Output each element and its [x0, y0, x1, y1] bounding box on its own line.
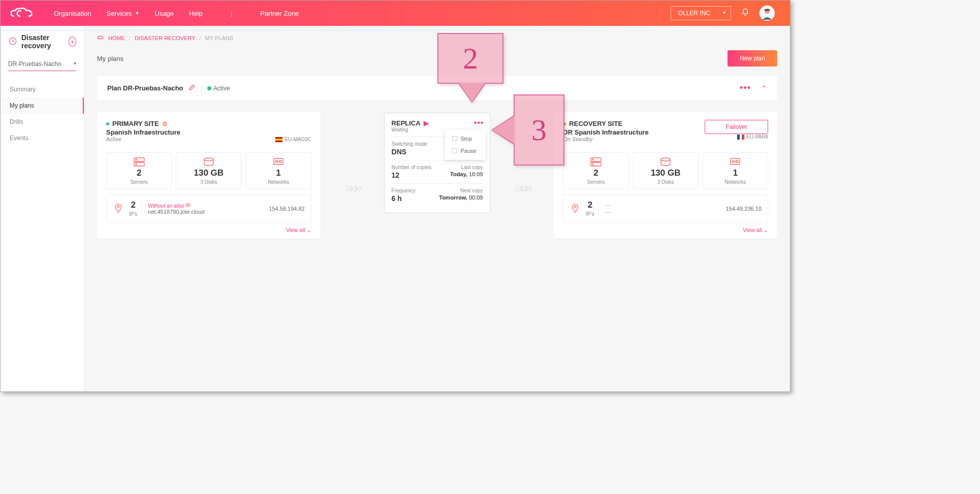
- edit-icon[interactable]: [188, 84, 196, 92]
- breadcrumb-current: MY PLANS: [205, 35, 233, 41]
- replica-context-menu: Stop Pause: [445, 129, 486, 160]
- bell-icon[interactable]: [741, 8, 749, 18]
- plan-more-icon[interactable]: •••: [740, 83, 751, 93]
- primary-servers-metric: 2Servers: [106, 152, 172, 189]
- primary-state: Active: [106, 136, 180, 142]
- status-dot: [207, 86, 211, 90]
- network-icon: [729, 157, 741, 167]
- recovery-site-label: RECOVERY SITE: [569, 120, 622, 127]
- page-title: My plans: [97, 55, 123, 62]
- svg-point-20: [661, 158, 670, 161]
- recovery-state: On Standby: [563, 136, 648, 142]
- pin-icon: [570, 203, 581, 214]
- sidebar-item-summary[interactable]: Summary: [1, 81, 84, 97]
- nav-organisation[interactable]: Organisation: [54, 10, 91, 17]
- plan-select[interactable]: DR-Pruebas-Nacho: [8, 57, 76, 71]
- svg-point-19: [592, 164, 593, 165]
- primary-view-all[interactable]: View all ⌄: [106, 227, 311, 234]
- nav-separator: |: [231, 10, 232, 17]
- sidebar-item-events[interactable]: Events: [1, 130, 84, 146]
- sidebar-title: Disaster recovery: [21, 34, 65, 50]
- gear-icon[interactable]: ⚙: [162, 120, 168, 127]
- recovery-disks-metric: 130 GB3 Disks: [633, 152, 699, 189]
- sidebar-menu: Summary My plans Drills Events: [1, 81, 84, 146]
- pin-icon: [113, 203, 124, 214]
- replica-title: REPLICA: [392, 119, 421, 127]
- breadcrumb-home[interactable]: HOME: [108, 35, 125, 41]
- top-nav: Organisation Services▼ Usage Help | Part…: [54, 10, 299, 17]
- primary-disks-metric: 130 GB3 Disks: [176, 152, 241, 189]
- network-icon: [272, 157, 284, 167]
- checkbox-icon: [452, 136, 457, 141]
- nav-services[interactable]: Services▼: [107, 10, 140, 17]
- breadcrumb-dr[interactable]: DISASTER RECOVERY: [135, 35, 196, 41]
- recovery-region: EU-PAR8: [674, 134, 768, 140]
- svg-point-13: [117, 206, 119, 208]
- svg-point-23: [736, 160, 738, 162]
- svg-rect-3: [765, 9, 770, 11]
- recovery-ip-addr: 154.49.236.10: [726, 206, 762, 212]
- sidebar: Disaster recovery + DR-Pruebas-Nacho Sum…: [1, 26, 84, 391]
- nav-partner-zone[interactable]: Partner Zone: [260, 10, 299, 17]
- recovery-site-card: RECOVERY SITE DR Spanish Infraestructure…: [554, 112, 777, 239]
- avatar[interactable]: [760, 6, 775, 21]
- annotation-callout-3: 3: [514, 94, 564, 166]
- svg-point-22: [732, 160, 734, 162]
- recovery-subtitle: DR Spanish Infraestructure: [563, 128, 648, 136]
- flag-fr-icon: [737, 135, 744, 140]
- server-icon: [133, 157, 145, 167]
- cloud-icon: [97, 35, 104, 41]
- primary-site-label: PRIMARY SITE: [112, 120, 159, 127]
- primary-region: EU-MAD3C: [275, 137, 311, 142]
- account-select[interactable]: OLLER INC: [671, 6, 731, 20]
- flag-es-icon: [275, 137, 282, 142]
- failover-button[interactable]: Failover: [705, 120, 768, 134]
- replica-more-icon[interactable]: •••: [474, 118, 484, 127]
- server-icon: [590, 157, 602, 167]
- primary-subtitle: Spanish Infraestructure: [106, 128, 180, 136]
- plan-status: Active: [213, 85, 230, 92]
- nav-usage[interactable]: Usage: [155, 10, 174, 17]
- dr-icon: [8, 37, 17, 47]
- replica-menu-pause[interactable]: Pause: [445, 145, 486, 157]
- svg-point-9: [204, 158, 213, 161]
- copy-icon[interactable]: [185, 203, 191, 209]
- svg-point-11: [275, 160, 277, 162]
- sidebar-item-my-plans[interactable]: My plans: [1, 97, 84, 114]
- logo-icon: [8, 6, 39, 20]
- svg-rect-14: [187, 204, 190, 207]
- svg-point-24: [575, 206, 577, 208]
- chevron-down-icon: ▼: [135, 11, 140, 16]
- replica-card: ••• REPLICA▶ Waiting Stop Pause Switchin…: [384, 113, 491, 213]
- play-icon[interactable]: ▶: [424, 119, 429, 127]
- recovery-networks-metric: 1Networks: [703, 152, 768, 189]
- disk-icon: [659, 157, 672, 167]
- recovery-ip-row: 2IP's --- --- 154.49.236.10: [563, 194, 768, 223]
- primary-ip-row: 2IP's Without an alias net.4518790.jote.…: [106, 194, 311, 223]
- nav-help[interactable]: Help: [189, 10, 203, 17]
- arrows-icon: »»»: [321, 154, 384, 196]
- recovery-servers-metric: 2Servers: [563, 152, 628, 189]
- checkbox-icon: [452, 148, 457, 153]
- primary-ip-addr: 154.58.194.82: [269, 206, 304, 212]
- svg-point-7: [136, 159, 137, 160]
- svg-point-18: [592, 159, 593, 160]
- plan-name: Plan DR-Pruebas-Nacho: [107, 84, 183, 92]
- sidebar-item-drills[interactable]: Drills: [1, 114, 84, 130]
- collapse-icon[interactable]: ⌃: [761, 84, 767, 92]
- annotation-callout-2: 2: [437, 33, 503, 84]
- primary-site-card: PRIMARY SITE ⚙ Spanish Infraestructure A…: [97, 112, 321, 239]
- disk-icon: [203, 157, 215, 167]
- add-plan-button[interactable]: +: [69, 37, 76, 47]
- svg-point-12: [279, 160, 281, 162]
- svg-point-8: [136, 164, 137, 165]
- topbar: Organisation Services▼ Usage Help | Part…: [1, 1, 790, 26]
- recovery-view-all[interactable]: View all ⌄: [563, 227, 768, 234]
- primary-networks-metric: 1Networks: [245, 152, 311, 189]
- replica-menu-stop[interactable]: Stop: [445, 133, 486, 145]
- new-plan-button[interactable]: New plan: [728, 50, 777, 67]
- svg-rect-15: [186, 204, 189, 206]
